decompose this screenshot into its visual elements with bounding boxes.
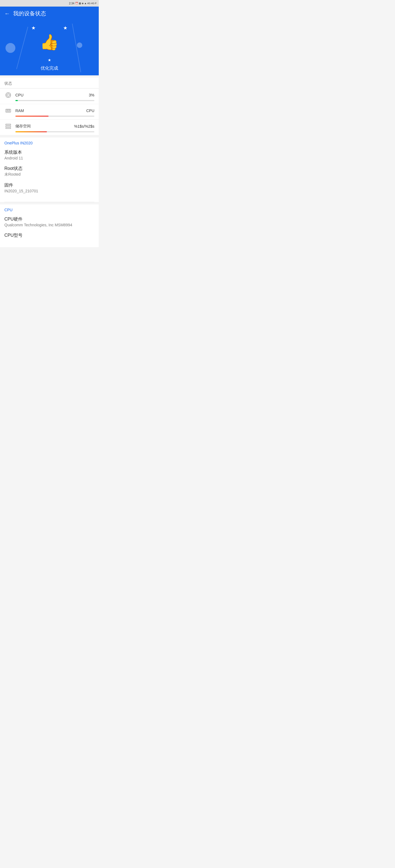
nfc-icon: ◈ bbox=[82, 2, 84, 5]
cpu-hardware-label: CPU硬件 bbox=[4, 216, 94, 222]
cpu-section: CPU CPU硬件 Qualcomm Technologies, Inc MSM… bbox=[0, 205, 99, 247]
firmware-item: 固件 IN2020_15_210701 bbox=[4, 183, 94, 193]
ram-status-header: RAM CPU bbox=[4, 107, 94, 115]
cpu-section-title: CPU bbox=[4, 208, 94, 212]
system-version-value: Android 11 bbox=[4, 156, 94, 160]
wifi-icon: ▲ bbox=[84, 2, 87, 5]
storage-icon bbox=[4, 122, 12, 130]
page-title: 我的设备状态 bbox=[13, 10, 46, 17]
status-icons: ⏰ ▦ ◈ ▲ 4G 4G P bbox=[75, 2, 96, 5]
cpu-status-item: CPU 3% bbox=[0, 89, 99, 104]
root-status-value: 未Rooted bbox=[4, 172, 94, 177]
storage-status-header: 储存空间 %1$s/%2$s bbox=[4, 122, 94, 130]
back-button[interactable]: ← bbox=[4, 10, 10, 17]
ram-icon bbox=[4, 107, 12, 115]
svg-rect-0 bbox=[6, 93, 10, 97]
svg-rect-22 bbox=[6, 126, 11, 127]
status-bar: 2:34 ⏰ ▦ ◈ ▲ 4G 4G P bbox=[0, 0, 99, 7]
cpu-hardware-item: CPU硬件 Qualcomm Technologies, Inc MSM8994 bbox=[4, 216, 94, 227]
status-section: 状态 CPU 3% bbox=[0, 78, 99, 135]
4g-icon-1: 4G bbox=[87, 2, 90, 5]
hero-decoration-line-left bbox=[16, 27, 28, 69]
optimization-complete-text: 优化完成 bbox=[40, 65, 58, 71]
hero-content: ★ ★ 👍 ★ 优化完成 bbox=[31, 25, 67, 71]
ram-label: RAM bbox=[16, 108, 24, 113]
hero-banner: ★ ★ 👍 ★ 优化完成 bbox=[0, 21, 99, 75]
system-version-label: 系统版本 bbox=[4, 150, 94, 155]
signal-icon: ▦ bbox=[79, 2, 81, 5]
hero-stars-bottom: ★ bbox=[48, 52, 51, 62]
cpu-hardware-value: Qualcomm Technologies, Inc MSM8994 bbox=[4, 223, 94, 227]
4g-icon-2: 4G bbox=[91, 2, 94, 5]
svg-rect-14 bbox=[6, 109, 11, 112]
status-time: 2:34 bbox=[69, 2, 74, 5]
firmware-value: IN2020_15_210701 bbox=[4, 189, 94, 193]
star-icon-right: ★ bbox=[63, 25, 67, 31]
device-model: OnePlus IN2020 bbox=[4, 141, 94, 145]
storage-progress-fill bbox=[16, 131, 47, 132]
status-section-header: 状态 bbox=[0, 78, 99, 89]
cpu-icon bbox=[4, 91, 12, 99]
cpu-model-item: CPU型号 bbox=[4, 232, 94, 238]
ram-status-left: RAM bbox=[4, 107, 24, 115]
cpu-progress-fill bbox=[16, 100, 18, 101]
system-version-item: 系统版本 Android 11 bbox=[4, 150, 94, 160]
star-icon-bottom: ★ bbox=[48, 58, 51, 62]
section-divider bbox=[4, 202, 94, 202]
alarm-icon: ⏰ bbox=[75, 2, 78, 5]
star-icon-left: ★ bbox=[31, 25, 36, 31]
hero-decoration-circle-left bbox=[5, 43, 16, 53]
firmware-label: 固件 bbox=[4, 183, 94, 188]
app-header: ← 我的设备状态 bbox=[0, 7, 99, 21]
battery-icon: P bbox=[95, 2, 96, 5]
svg-rect-23 bbox=[6, 128, 11, 129]
cpu-status-left: CPU bbox=[4, 91, 24, 99]
svg-rect-21 bbox=[6, 124, 11, 125]
storage-progress-container bbox=[16, 131, 94, 132]
ram-progress-fill bbox=[16, 116, 49, 117]
ram-status-item: RAM CPU bbox=[0, 104, 99, 120]
device-section: OnePlus IN2020 系统版本 Android 11 Root状态 未R… bbox=[0, 137, 99, 202]
root-status-item: Root状态 未Rooted bbox=[4, 166, 94, 177]
ram-progress-container bbox=[16, 116, 94, 117]
ram-value: CPU bbox=[86, 108, 94, 113]
status-section-title: 状态 bbox=[4, 81, 12, 86]
cpu-model-label: CPU型号 bbox=[4, 232, 94, 238]
hero-stars-top: ★ ★ bbox=[31, 25, 67, 31]
storage-status-left: 储存空间 bbox=[4, 122, 31, 130]
thumbs-up-icon: 👍 bbox=[40, 33, 59, 51]
hero-decoration-circle-right bbox=[77, 42, 82, 48]
svg-rect-1 bbox=[7, 94, 9, 96]
storage-value: %1$s/%2$s bbox=[74, 124, 94, 128]
root-status-label: Root状态 bbox=[4, 166, 94, 172]
cpu-label: CPU bbox=[16, 93, 24, 97]
hero-decoration-line-right bbox=[72, 24, 81, 72]
cpu-value: 3% bbox=[89, 93, 94, 97]
storage-label: 储存空间 bbox=[16, 124, 31, 129]
cpu-progress-container bbox=[16, 100, 94, 101]
storage-status-item: 储存空间 %1$s/%2$s bbox=[0, 120, 99, 135]
cpu-status-header: CPU 3% bbox=[4, 91, 94, 99]
